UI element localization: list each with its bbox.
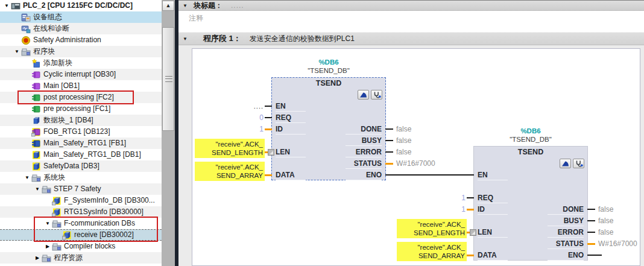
expand-arrow-icon[interactable]: ▼: [43, 218, 52, 229]
safety-admin-icon: [21, 36, 31, 45]
tree-row[interactable]: ▼STEP 7 Safety: [0, 183, 162, 195]
network-comment[interactable]: 发送安全通信的校验数据到PLC1: [250, 34, 355, 44]
instance-db-name[interactable]: "TSEND_DB": [473, 135, 588, 144]
comment-placeholder[interactable]: 注释: [178, 11, 644, 24]
pin-label: REQ: [478, 192, 508, 203]
pin-row-error: ERRORfalse: [474, 227, 587, 238]
tree-row[interactable]: 在线和诊断: [0, 23, 162, 34]
tree-item-label: Compiler blocks: [62, 241, 115, 252]
expand-arrow-icon[interactable]: ▶: [43, 241, 52, 252]
empty-operand[interactable]: ....: [254, 101, 264, 112]
output-value[interactable]: false: [598, 227, 613, 238]
operand-field[interactable]: "receive".ACK_SEND_LENGTH: [397, 219, 467, 238]
wire: [265, 128, 272, 130]
wire: [385, 140, 393, 141]
output-value[interactable]: W#16#7000: [598, 238, 637, 250]
tree-row[interactable]: Cyclic interrupt [OB30]: [0, 69, 162, 80]
tree-item-label: 系统块: [42, 172, 65, 183]
network-canvas[interactable]: %DB6"TSEND_DB"TSENDEN....REQ0ID1LEN"rece…: [192, 48, 640, 266]
operand-field[interactable]: "receive".ACK_SEND_ARRAY: [397, 242, 467, 261]
diagnostics-button[interactable]: [573, 159, 584, 168]
tree-row[interactable]: 设备组态: [0, 11, 162, 23]
pin-row-error: ERRORfalse: [272, 147, 385, 158]
tree-row[interactable]: Main_Safety_RTG1_DB [DB1]: [0, 149, 162, 160]
tree-row[interactable]: 添加新块: [0, 57, 162, 69]
expand-arrow-icon[interactable]: ▼: [23, 172, 31, 183]
tree-row[interactable]: Main [OB1]: [0, 80, 162, 92]
tsend-block[interactable]: TSENDENREQ1ID1LEN"receive".ACK_SEND_LENG…: [473, 146, 588, 261]
diagnostics-button[interactable]: [371, 90, 382, 100]
instance-db-number[interactable]: %DB6: [473, 127, 588, 135]
pin-label: EN: [478, 169, 508, 180]
tree-row[interactable]: 数据块_1 [DB4]: [0, 115, 162, 126]
constant-value[interactable]: 1: [259, 124, 264, 135]
output-value[interactable]: false: [396, 124, 411, 135]
tree-row[interactable]: receive [DB30002]: [0, 229, 162, 241]
output-value[interactable]: false: [396, 147, 411, 158]
instance-db-name[interactable]: "TSEND_DB": [271, 66, 386, 75]
tree-row[interactable]: ▶程序资源: [0, 252, 162, 264]
wire: [587, 220, 595, 221]
expand-arrow-icon[interactable]: ▶: [33, 252, 42, 264]
tree-row[interactable]: Main_Safety_RTG1 [FB1]: [0, 138, 162, 149]
tree-row[interactable]: ▶Compiler blocks: [0, 241, 162, 252]
expand-arrow-icon[interactable]: ▼: [13, 46, 21, 57]
tree-row[interactable]: FOB_RTG1 [OB123]: [0, 126, 162, 138]
db-f-icon: [31, 150, 42, 160]
pin-row-done: DONEfalse: [272, 124, 385, 135]
collapse-arrow-icon[interactable]: ▼: [183, 36, 190, 42]
block-buttons: [560, 159, 584, 168]
tree-row[interactable]: [0, 264, 162, 266]
pin-label: BUSY: [346, 135, 382, 146]
operand-field[interactable]: "receive".ACK_SEND_LENGTH: [195, 139, 265, 158]
network-header[interactable]: ▼ 程序段 1： 发送安全通信的校验数据到PLC1: [178, 32, 644, 45]
pin-row-req: REQ0: [272, 112, 385, 124]
tree-row[interactable]: SafetyData [DB3]: [0, 160, 162, 172]
tree-row[interactable]: ▼系统块: [0, 172, 162, 183]
tree-row[interactable]: F_SystemInfo_DB [DB300...: [0, 195, 162, 206]
output-value[interactable]: false: [598, 215, 613, 227]
db-f-icon: [31, 162, 42, 171]
output-value[interactable]: W#16#7000: [396, 158, 435, 169]
instance-db-number[interactable]: %DB6: [271, 58, 386, 66]
scroll-up-button[interactable]: ▲: [162, 1, 174, 11]
pin-label: ENO: [346, 169, 382, 180]
conversion-chip-icon[interactable]: [470, 229, 476, 236]
block-title: TSEND: [272, 78, 385, 89]
ob-icon: [31, 81, 42, 91]
pin-label: STATUS: [346, 158, 382, 169]
pin-row-eno: ENO: [272, 169, 385, 181]
folder-sys-icon: [52, 242, 62, 252]
open-block-button[interactable]: [560, 159, 571, 168]
tsend-block[interactable]: TSENDEN....REQ0ID1LEN"receive".ACK_SEND_…: [271, 77, 386, 180]
tree-row[interactable]: Safety Administration: [0, 34, 162, 46]
output-value[interactable]: false: [598, 204, 613, 215]
tree-row[interactable]: RTG1SysInfo [DB30000]: [0, 206, 162, 218]
block-comment-row[interactable]: 注释: [178, 11, 644, 32]
expand-arrow-icon[interactable]: ▼: [33, 183, 42, 195]
constant-value[interactable]: 1: [461, 192, 466, 204]
tree-row[interactable]: pre processing [FC1]: [0, 103, 162, 115]
conversion-chip-icon[interactable]: [268, 149, 274, 156]
pin-label: ERROR: [548, 227, 584, 238]
block-title-bar[interactable]: ▼ 块标题： .....: [178, 0, 644, 11]
wire: [385, 128, 393, 130]
scrollbar-thumb[interactable]: [162, 27, 174, 131]
open-block-button[interactable]: [358, 90, 369, 100]
pin-row-en: EN: [474, 169, 587, 181]
tree-row[interactable]: ▼F-communication DBs: [0, 218, 162, 229]
expand-arrow-icon[interactable]: ▼: [2, 0, 11, 11]
output-value[interactable]: false: [396, 135, 411, 147]
operand-field[interactable]: "receive".ACK_SEND_ARRAY: [195, 162, 265, 181]
pin-row-req: REQ1: [474, 192, 587, 204]
tree-row[interactable]: ▼程序块: [0, 46, 162, 57]
block-title-placeholder[interactable]: .....: [231, 1, 244, 10]
tree-scrollbar[interactable]: ▲: [162, 0, 175, 266]
pin-row-status: STATUSW#16#7000: [272, 158, 385, 169]
constant-value[interactable]: 1: [461, 204, 466, 215]
constant-value[interactable]: 0: [259, 112, 264, 124]
collapse-arrow-icon[interactable]: ▼: [183, 3, 190, 8]
tree-row[interactable]: ▼PLC_2 [CPU 1215FC DC/DC/DC]: [0, 0, 162, 11]
tree-row[interactable]: post processing [FC2]: [0, 92, 162, 103]
block-title-label: 块标题：: [194, 1, 223, 11]
